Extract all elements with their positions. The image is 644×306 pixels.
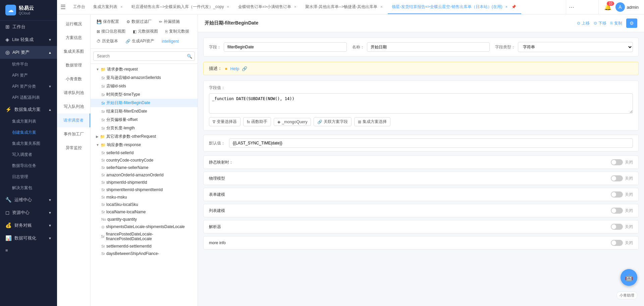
sidebar-item-write-scheduler[interactable]: 写入调度者: [0, 149, 57, 160]
tree-node-seller-name[interactable]: Sr sellerName-sellerName: [91, 164, 198, 171]
tree-node-time-type[interactable]: Sr 时间类型-timeType: [91, 90, 198, 99]
sidebar-item-finance[interactable]: 💰 财务对账 ▼: [0, 219, 57, 232]
sidebar-item-resource[interactable]: ◻ 资源中心 ▼: [0, 206, 57, 219]
toggle-switch[interactable]: [611, 240, 623, 246]
tree-node-other-request[interactable]: ▶ 📁 其它请求参数-otherRequest: [91, 132, 198, 141]
integration-select-button[interactable]: ⊞ 集成方案选择: [354, 117, 390, 126]
sidebar-item-data-integration[interactable]: ⚡ 数据集成方案 ▲: [0, 103, 57, 116]
static-mapping-toggle[interactable]: 关闭: [611, 159, 633, 165]
sidebar-item-data-viz[interactable]: 📊 数据可视化 ▼: [0, 232, 57, 245]
mongo-query-button[interactable]: ◈ _mongoQuery: [274, 118, 311, 126]
toggle-switch[interactable]: [611, 159, 623, 165]
tree-node-quantity[interactable]: No quantity-quantity: [91, 216, 198, 223]
intelligent-button[interactable]: intelligent: [158, 37, 182, 45]
xiao-qing-assistant[interactable]: 小青助理: [616, 292, 637, 299]
tab-close-icon[interactable]: ×: [119, 4, 123, 9]
tree-node-days-between[interactable]: Sr daysBetweenShipAndFiance-: [91, 250, 198, 257]
interface-view-button[interactable]: ⊠ 接口信息视图: [93, 27, 129, 36]
user-info[interactable]: A admin: [615, 2, 639, 12]
more-info-toggle[interactable]: 关闭: [611, 240, 633, 246]
toggle-switch[interactable]: [611, 224, 623, 230]
tree-node-seller-id[interactable]: Sr sellerId-sellerId: [91, 149, 198, 157]
sidebar-item-more[interactable]: ≡: [0, 245, 57, 256]
toggle-switch[interactable]: [611, 208, 623, 214]
tree-node-shop-id[interactable]: Sr 店铺id-sids: [91, 82, 198, 90]
meta-view-button[interactable]: ◧ 元数据视图: [129, 27, 161, 36]
tree-node-shipments-date[interactable]: ◎ shipmentsDateLocale-shipmentsDateLocal…: [91, 223, 198, 230]
table-build-toggle[interactable]: 关闭: [611, 191, 633, 198]
sidebar-item-api-asset[interactable]: API 资产: [0, 70, 57, 81]
tree-node-filter-end[interactable]: Sr 结束日期-filterEndDate: [91, 107, 198, 116]
field-value-textarea[interactable]: _function DATE(SUBDATE(NOW(), 14)): [209, 93, 633, 114]
sidebar-item-ops[interactable]: 🔧 运维中心 ▼: [0, 193, 57, 206]
sidebar-item-api-category[interactable]: API 资产分类 ▼: [0, 81, 57, 92]
tree-node-offset[interactable]: Sr 分页偏移量-offset: [91, 116, 198, 124]
tab-jushuitan[interactable]: 聚水潭-其他出库单-->畅捷通-其他出库单 ×: [301, 0, 387, 14]
var-selector-button[interactable]: ∇ 变量选择器: [209, 117, 240, 126]
tab-close-icon[interactable]: ×: [504, 4, 508, 9]
field-type-select[interactable]: 字符串 数字 布尔 日期: [518, 42, 633, 52]
tab-close-icon[interactable]: ×: [293, 4, 297, 9]
tab-close-icon[interactable]: ×: [379, 4, 383, 9]
save-config-button[interactable]: 💾 保存配置: [93, 17, 122, 26]
nav-overview[interactable]: 运行概况: [57, 17, 90, 31]
sidebar-item-workbench[interactable]: ⊞ 工作台: [0, 20, 57, 33]
nav-xiao-qing[interactable]: 小青查数: [57, 72, 90, 86]
assistant-button[interactable]: 🤖: [621, 269, 637, 286]
gen-api-button[interactable]: 🔗 生成API资产: [122, 37, 158, 46]
field-name-input[interactable]: [224, 42, 347, 52]
tab-more-icon[interactable]: ⋯: [569, 4, 574, 10]
sidebar-item-software[interactable]: 软件平台: [0, 59, 57, 70]
sidebar-item-integration-list[interactable]: 集成方案列表: [0, 116, 57, 127]
tree-node-shipment-item-id[interactable]: Sr shipmentItemId-shipmentItemId: [91, 186, 198, 193]
list-build-toggle[interactable]: 关闭: [611, 208, 633, 214]
tab-workbench[interactable]: 工作台: [69, 0, 89, 14]
nav-write-pool[interactable]: 写入队列池: [57, 100, 90, 114]
sidebar-item-api[interactable]: ◎ API 资产 ▲: [0, 46, 57, 59]
sidebar-item-integration-graph[interactable]: 集成方案关系图: [0, 138, 57, 149]
sidebar-item-create-integration[interactable]: 创建集成方案: [0, 127, 57, 138]
related-field-button[interactable]: 🔗 关联方案字段: [314, 117, 352, 126]
nav-request-debugger[interactable]: 请求调度者: [57, 114, 90, 127]
replicate-button[interactable]: ⎘ 复制元数据: [162, 27, 193, 36]
nav-integration-graph[interactable]: 集成关系图: [57, 45, 90, 58]
copy-button[interactable]: ⎘ 复制: [610, 20, 622, 26]
move-down-button[interactable]: ⊙ 下移: [594, 20, 606, 26]
sidebar-item-log-mgmt[interactable]: 日志管理: [0, 171, 57, 182]
sidebar-item-solution-pkg[interactable]: 解决方案包: [0, 182, 57, 193]
hamburger-icon[interactable]: ☰: [57, 0, 69, 14]
tree-node-request-params[interactable]: ▼ 📁 请求参数-request: [91, 65, 198, 74]
nav-exception-monitor[interactable]: 异常监控: [57, 141, 90, 155]
nav-data-mgmt[interactable]: 数据管理: [57, 58, 90, 72]
history-button[interactable]: ⏱ 历史版本: [93, 37, 121, 46]
tree-node-length[interactable]: Sr 分页长度-length: [91, 124, 198, 132]
tab-copy[interactable]: 旺店通销售出库-->全蝶采购入库（一件代发）_copy ×: [127, 0, 234, 14]
func-helper-button[interactable]: fx 函数助手: [243, 117, 271, 126]
help-link[interactable]: Help: [230, 66, 239, 71]
data-filter-button[interactable]: ⚙ 数据过滤厂: [123, 17, 155, 26]
tree-node-settlement-id[interactable]: Sr settlementId-settlementId: [91, 243, 198, 250]
supplement-button[interactable]: ✏ 补漏措施: [156, 17, 183, 26]
tree-node-response-params[interactable]: ▼ 📁 响应参数-response: [91, 141, 198, 149]
tree-node-country-code[interactable]: Sr countryCode-countryCode: [91, 157, 198, 164]
move-up-button[interactable]: ⊙ 上移: [577, 20, 590, 26]
settings-button[interactable]: ⚙: [626, 18, 637, 28]
sidebar-item-data-export[interactable]: 数据导出任务: [0, 160, 57, 171]
tree-node-local-sku[interactable]: Sr localSku-localSku: [91, 201, 198, 208]
default-value-input[interactable]: [229, 138, 633, 148]
tree-node-finance-date[interactable]: Sr financePostedDateLocale-financePosted…: [91, 230, 198, 243]
nav-event-factory[interactable]: 事件加工厂: [57, 127, 90, 141]
notification-bell[interactable]: 🔔 10: [604, 3, 611, 11]
tree-node-amazon-seller-ids[interactable]: Sr 亚马逊店铺id-amazonSellerIds: [91, 74, 198, 82]
tree-node-amazon-order-id[interactable]: Sr amazonOrderId-amazonOrderId: [91, 171, 198, 179]
tree-node-filter-begin[interactable]: Sr 开始日期-filterBeginDate: [91, 99, 198, 107]
physical-model-toggle[interactable]: 关闭: [611, 175, 633, 181]
tab-jinding[interactable]: 金蝶销售订单=>小满销售订单 ×: [234, 0, 301, 14]
nav-request-pool[interactable]: 请求队列池: [57, 86, 90, 100]
sidebar-item-api-adapter[interactable]: API 适配器列表: [0, 92, 57, 103]
tab-integration-list[interactable]: 集成方案列表 ×: [89, 0, 127, 14]
tree-node-local-name[interactable]: Sr localName-localName: [91, 208, 198, 216]
tree-node-shipment-id[interactable]: Sr shipmentId-shipmentId: [91, 179, 198, 186]
parser-toggle[interactable]: 关闭: [611, 224, 633, 230]
search-input[interactable]: [93, 51, 195, 61]
